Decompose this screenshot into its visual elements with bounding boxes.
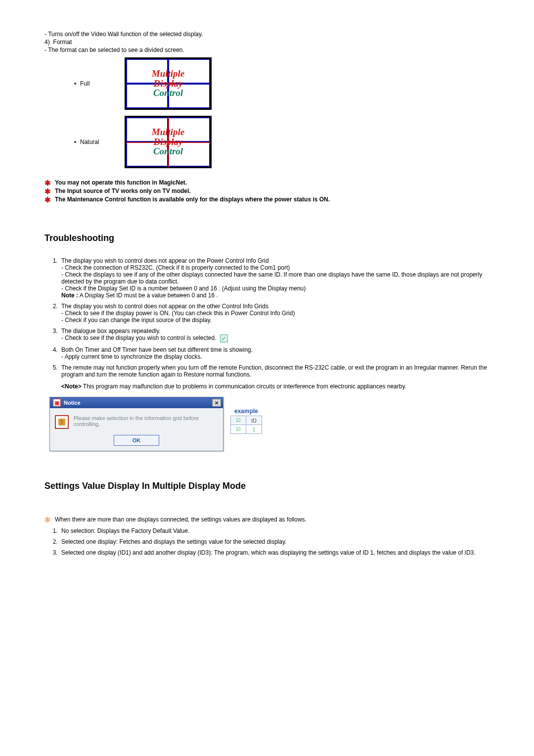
star-icon: ✱: [44, 179, 51, 187]
notice-title-text: Notice: [64, 400, 81, 406]
list-item: Selected one display: Fetches and displa…: [59, 538, 490, 545]
diagram-cell: [168, 59, 210, 84]
troubleshooting-item: The remote may not function properly whe…: [59, 364, 490, 390]
diagram-cell: [126, 59, 168, 84]
format-full-label: Full: [74, 80, 119, 87]
close-icon[interactable]: ✕: [212, 399, 221, 407]
troubleshooting-heading: Troubleshooting: [44, 233, 490, 243]
example-label: example: [234, 408, 258, 415]
notice-area: ▣ Notice ✕ ! Please make selection in th…: [49, 397, 490, 451]
format-natural-diagram: Multiple Display Control: [125, 116, 212, 168]
diagram-cell: [168, 142, 210, 167]
troubleshooting-item: The display you wish to control does not…: [59, 303, 490, 324]
notice-titlebar: ▣ Notice ✕: [50, 397, 223, 408]
example-id-value: 1: [246, 425, 262, 434]
diagram-cell: [168, 84, 210, 108]
diagram-cell: [126, 117, 168, 142]
notice-dialog: ▣ Notice ✕ ! Please make selection in th…: [49, 397, 223, 451]
star-note: ✱ The Maintenance Control function is av…: [44, 196, 490, 203]
notice-body: ! Please make selection in the informati…: [50, 408, 223, 432]
troubleshooting-item: The dialogue box appears repeatedly. - C…: [59, 328, 490, 342]
troubleshooting-list: The display you wish to control does not…: [44, 257, 490, 390]
format-full-diagram: Multiple Display Control: [125, 57, 212, 110]
format-full-row: Full Multiple Display Control: [74, 54, 490, 113]
format-desc: - The format can be selected to see a di…: [44, 47, 490, 53]
checkbox-icon: ✓: [220, 334, 228, 342]
document-page: - Turns on/off the Video Wall function o…: [0, 0, 534, 756]
diagram-cell: [126, 84, 168, 108]
checkbox-icon: ☑: [236, 417, 241, 423]
example-id-header: ID: [246, 416, 262, 425]
window-app-icon: ▣: [53, 399, 61, 407]
checkbox-icon: ☑: [236, 426, 241, 432]
star-note: ✱ The Input source of TV works only on T…: [44, 188, 490, 195]
format-natural-label: Natural: [74, 139, 119, 145]
warning-icon: !: [55, 415, 69, 429]
list-item: No selection: Displays the Factory Defau…: [59, 527, 490, 534]
star-icon: ✱: [44, 188, 51, 195]
format-natural-row: Natural Multiple Display Control: [74, 113, 490, 171]
format-item: 4) Format: [44, 39, 490, 46]
star-icon: ✱: [44, 516, 51, 523]
divider-horizontal: [126, 142, 210, 143]
star-note: ✱ When there are more than one displays …: [44, 516, 490, 523]
notice-message: Please make selection in the information…: [74, 415, 218, 429]
bullet-icon: [74, 141, 76, 143]
troubleshooting-item: The display you wish to control does not…: [59, 257, 490, 299]
video-wall-desc: - Turns on/off the Video Wall function o…: [44, 31, 490, 38]
star-note: ✱ You may not operate this function in M…: [44, 179, 490, 187]
bullet-icon: [74, 83, 76, 85]
diagram-cell: [126, 142, 168, 167]
example-table: ☑ID ☑1: [230, 416, 262, 434]
star-icon: ✱: [44, 196, 51, 203]
list-item: Selected one display (ID1) and add anoth…: [59, 549, 490, 556]
troubleshooting-item: Both On Timer and Off Timer have been se…: [59, 346, 490, 360]
ok-button[interactable]: OK: [114, 435, 159, 446]
multi-display-heading: Settings Value Display In Multiple Displ…: [44, 481, 490, 491]
example-side: example ☑ID ☑1: [230, 408, 262, 434]
diagram-cell: [168, 117, 210, 142]
multi-display-list: No selection: Displays the Factory Defau…: [44, 527, 490, 556]
